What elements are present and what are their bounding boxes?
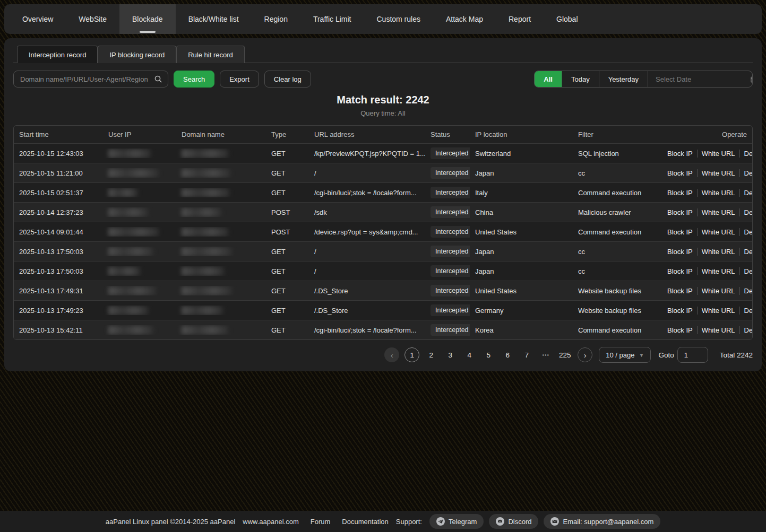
cell-url: /cgi-bin/luci/;stok = /locale?form... [309,189,425,197]
action-block-ip[interactable]: Block IP [663,267,697,275]
date-picker[interactable] [648,71,752,87]
footer-link-forum[interactable]: Forum [311,518,331,526]
next-page-button[interactable]: › [578,347,592,362]
page-number-7[interactable]: 7 [519,347,534,362]
col-user-ip: User IP [103,130,176,138]
nav-item-black-white-list[interactable]: Black/White list [176,4,252,34]
action-details[interactable]: Details [739,189,752,197]
page-number-225[interactable]: 225 [557,347,572,362]
col-status: Status [425,130,470,138]
action-block-ip[interactable]: Block IP [663,307,697,315]
action-details[interactable]: Details [739,228,752,236]
action-details[interactable]: Details [739,208,752,216]
page-number-2[interactable]: 2 [424,347,438,362]
nav-item-region[interactable]: Region [252,4,300,34]
nav-item-blockade[interactable]: Blockade [119,4,176,34]
action-white-url[interactable]: White URL [697,287,739,295]
cell-filter: Command execution [573,189,658,197]
action-details[interactable]: Details [739,326,752,334]
action-white-url[interactable]: White URL [697,267,739,275]
cell-user-ip [103,306,176,315]
date-filter-today[interactable]: Today [562,71,599,87]
action-block-ip[interactable]: Block IP [663,150,697,158]
support-discord[interactable]: Discord [489,514,538,529]
action-white-url[interactable]: White URL [697,169,739,177]
action-block-ip[interactable]: Block IP [663,208,697,216]
tab-interception-record[interactable]: Interception record [17,46,98,63]
date-filter-yesterday[interactable]: Yesterday [599,71,648,87]
footer-link-documentation[interactable]: Documentation [342,518,388,526]
footer-link-www-aapanel-com[interactable]: www.aapanel.com [243,518,299,526]
action-block-ip[interactable]: Block IP [663,189,697,197]
redacted-user-ip [108,208,148,217]
tab-ip-blocking-record[interactable]: IP blocking record [98,46,176,63]
page-ellipsis[interactable]: ••• [538,347,553,362]
action-block-ip[interactable]: Block IP [663,228,697,236]
redacted-user-ip [108,149,151,158]
search-button[interactable]: Search [174,71,214,88]
cell-url: / [309,169,425,177]
page-number-3[interactable]: 3 [443,347,458,362]
cell-type: GET [266,189,309,197]
page-number-4[interactable]: 4 [462,347,477,362]
prev-page-button[interactable]: ‹ [384,347,399,362]
nav-item-attack-map[interactable]: Attack Map [433,4,496,34]
action-white-url[interactable]: White URL [697,150,739,158]
nav-item-custom-rules[interactable]: Custom rules [364,4,433,34]
cell-start-time: 2025-10-15 02:51:37 [14,189,103,197]
action-white-url[interactable]: White URL [697,326,739,334]
action-white-url[interactable]: White URL [697,228,739,236]
action-white-url[interactable]: White URL [697,189,739,197]
clear-log-button[interactable]: Clear log [264,71,311,88]
action-block-ip[interactable]: Block IP [663,169,697,177]
page-number-6[interactable]: 6 [500,347,515,362]
col-filter: Filter [573,130,658,138]
chevron-left-icon: ‹ [391,351,393,360]
cell-operate: Block IPWhite URLDetails [658,248,752,256]
cell-domain-name [176,149,266,158]
nav-item-website[interactable]: WebSite [66,4,119,34]
export-button[interactable]: Export [220,71,259,88]
date-filter-all[interactable]: All [535,71,562,87]
date-range-group: AllTodayYesterday [534,71,753,88]
action-block-ip[interactable]: Block IP [663,287,697,295]
cell-user-ip [103,207,176,216]
action-white-url[interactable]: White URL [697,208,739,216]
page-number-1[interactable]: 1 [404,347,419,362]
goto-page-input[interactable] [677,347,708,363]
select-date-input[interactable] [655,75,750,84]
action-details[interactable]: Details [739,267,752,275]
action-block-ip[interactable]: Block IP [663,248,697,256]
table-row: 2025-10-13 17:49:31GET/.DS_StoreIntercep… [14,281,752,300]
action-details[interactable]: Details [739,169,752,177]
action-details[interactable]: Details [739,287,752,295]
nav-item-traffic-limit[interactable]: Traffic Limit [300,4,364,34]
cell-operate: Block IPWhite URLDetails [658,189,752,197]
support-email-support-aapanel-com[interactable]: Email: support@aapanel.com [544,514,660,529]
support-telegram[interactable]: Telegram [429,514,484,529]
action-white-url[interactable]: White URL [697,248,739,256]
action-details[interactable]: Details [739,307,752,315]
action-details[interactable]: Details [739,248,752,256]
cell-operate: Block IPWhite URLDetails [658,287,752,295]
status-badge: Intercepted [431,324,470,336]
search-input[interactable] [19,75,154,84]
tab-rule-hit-record[interactable]: Rule hit record [176,46,245,63]
page-number-5[interactable]: 5 [481,347,496,362]
nav-item-overview[interactable]: Overview [10,4,66,34]
nav-item-global[interactable]: Global [544,4,590,34]
action-white-url[interactable]: White URL [697,307,739,315]
cell-url: / [309,248,425,256]
telegram-icon [436,517,445,526]
status-badge: Intercepted [431,167,470,179]
cell-start-time: 2025-10-14 09:01:44 [14,228,103,236]
status-badge: Intercepted [431,187,470,198]
nav-item-report[interactable]: Report [496,4,544,34]
action-block-ip[interactable]: Block IP [663,326,697,334]
search-box [13,71,168,88]
search-icon[interactable] [154,75,162,83]
table-row: 2025-10-13 17:50:03GET/InterceptedJapanc… [14,241,752,261]
calendar-icon[interactable] [750,75,753,83]
page-size-select[interactable]: 10 / page ▼ [599,347,651,363]
action-details[interactable]: Details [739,150,752,158]
